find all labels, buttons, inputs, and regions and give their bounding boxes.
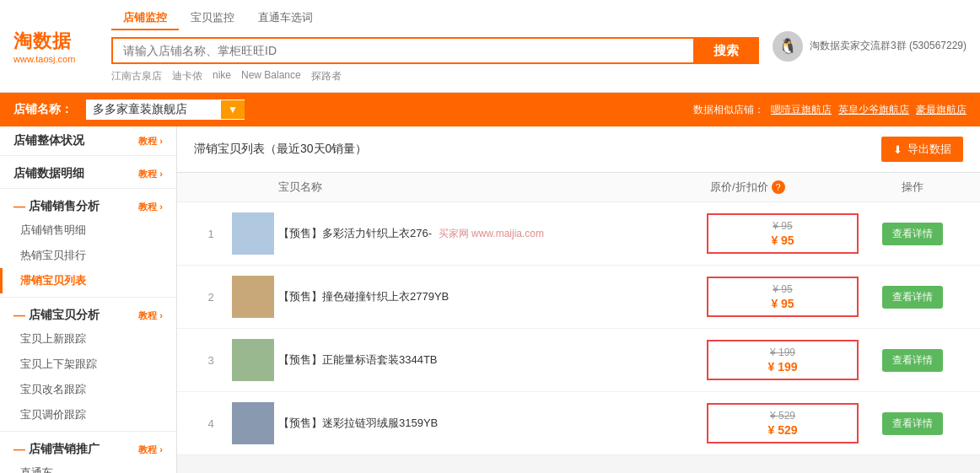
nav-tab-shop-monitor[interactable]: 店铺监控 <box>111 7 179 30</box>
price-curr-1: ¥ 95 <box>771 234 794 247</box>
row-price-3: ¥ 199 ¥ 199 <box>707 340 859 380</box>
nav-tabs-top: 店铺监控 宝贝监控 直通车选词 <box>111 7 759 30</box>
question-icon[interactable]: ? <box>772 180 785 194</box>
tutorial-item[interactable]: 教程 › <box>138 309 163 322</box>
sidebar-item-price-track[interactable]: 宝贝调价跟踪 <box>0 402 176 427</box>
export-icon: ⬇ <box>893 143 902 156</box>
row-thumb-1 <box>228 212 278 255</box>
row-price-1: ¥ 95 ¥ 95 <box>707 213 859 254</box>
price-orig-4: ¥ 529 <box>770 410 795 422</box>
logo-area: 淘数据 www.taosj.com <box>13 29 98 64</box>
price-curr-2: ¥ 95 <box>771 297 794 310</box>
minus-icon-item: — <box>13 309 25 322</box>
user-label: 淘数据卖家交流群3群 <box>810 40 907 51</box>
tutorial-marketing[interactable]: 教程 › <box>138 443 163 456</box>
row-name-1: 【预售】多彩活力针织上衣276- <box>278 227 432 239</box>
store-dropdown-btn[interactable]: ▼ <box>221 100 245 119</box>
detail-btn-3[interactable]: 查看详情 <box>882 349 943 372</box>
sidebar: 店铺整体状况 教程 › 店铺数据明细 教程 › — 店铺销售分析 教程 › 店铺… <box>0 126 177 473</box>
sidebar-section-detail: 店铺数据明细 教程 › <box>0 159 176 185</box>
table-row: 2 【预售】撞色碰撞针织上衣2779YB ¥ 95 ¥ 95 查看详情 <box>177 266 980 329</box>
sidebar-section-overview: 店铺整体状况 教程 › <box>0 126 176 152</box>
user-info: 淘数据卖家交流群3群 (530567229) <box>810 39 967 53</box>
header-top: 淘数据 www.taosj.com 店铺监控 宝贝监控 直通车选词 搜索 江南古… <box>0 0 980 92</box>
row-action-1: 查看详情 <box>862 223 963 245</box>
sidebar-section-sales: — 店铺销售分析 教程 › 店铺销售明细 热销宝贝排行 滞销宝贝列表 <box>0 192 176 293</box>
similar-store-3[interactable]: 豪最旗航店 <box>916 103 967 117</box>
content-header: 滞销宝贝列表（最近30天0销量） ⬇ 导出数据 <box>177 126 980 173</box>
price-orig-1: ¥ 95 <box>773 220 792 232</box>
sidebar-title-marketing-text: 店铺营销推广 <box>29 442 100 457</box>
hint-2[interactable]: 迪卡侬 <box>172 69 202 83</box>
sidebar-item-new-track[interactable]: 宝贝上新跟踪 <box>0 326 176 352</box>
thumb-image-3 <box>232 339 274 381</box>
sidebar-title-sales-text: 店铺销售分析 <box>29 199 100 214</box>
minus-icon-sales: — <box>13 200 25 213</box>
sidebar-item-hot-rank[interactable]: 热销宝贝排行 <box>0 243 176 268</box>
table-row: 4 【预售】迷彩拉链羽绒服3159YB ¥ 529 ¥ 529 查看详情 <box>177 392 980 455</box>
price-curr-3: ¥ 199 <box>767 360 797 374</box>
nav-tab-item-monitor[interactable]: 宝贝监控 <box>179 7 246 30</box>
tutorial-sales[interactable]: 教程 › <box>138 201 163 213</box>
thumb-image-4 <box>232 402 274 444</box>
hint-5[interactable]: 探路者 <box>311 69 342 83</box>
row-action-4: 查看详情 <box>862 412 963 435</box>
price-orig-3: ¥ 199 <box>770 347 795 358</box>
sidebar-title-detail: 店铺数据明细 教程 › <box>0 159 176 185</box>
export-button[interactable]: ⬇ 导出数据 <box>881 137 963 162</box>
content-title: 滞销宝贝列表（最近30天0销量） <box>194 142 367 157</box>
row-index-1: 1 <box>194 228 228 240</box>
row-index-2: 2 <box>194 291 228 304</box>
row-name-wrap-3: 【预售】正能量标语套装3344TB <box>278 352 703 368</box>
sidebar-item-sales-detail[interactable]: 店铺销售明细 <box>0 218 176 243</box>
table-header: 宝贝名称 原价/折扣价 ? 操作 <box>177 173 980 202</box>
similar-store-2[interactable]: 英皇少爷旗航店 <box>838 103 909 117</box>
watermark-1: 买家网 www.maijia.com <box>439 228 544 239</box>
table-row: 3 【预售】正能量标语套装3344TB ¥ 199 ¥ 199 查看详情 <box>177 329 980 392</box>
row-name-3: 【预售】正能量标语套装3344TB <box>278 353 438 366</box>
detail-btn-2[interactable]: 查看详情 <box>882 286 943 309</box>
search-row: 搜索 <box>111 37 759 64</box>
sidebar-item-direct[interactable]: 直通车 <box>0 460 176 473</box>
main-layout: 店铺整体状况 教程 › 店铺数据明细 教程 › — 店铺销售分析 教程 › 店铺… <box>0 126 980 473</box>
sidebar-title-overview: 店铺整体状况 教程 › <box>0 126 176 152</box>
search-input[interactable] <box>111 37 693 64</box>
divider-1 <box>0 155 176 156</box>
divider-4 <box>0 431 176 432</box>
row-thumb-2 <box>228 276 278 318</box>
price-orig-2: ¥ 95 <box>773 283 792 295</box>
similar-stores: 数据相似店铺： 嗯噎豆旗航店 英皇少爷旗航店 豪最旗航店 <box>693 103 967 117</box>
store-name-input[interactable] <box>86 99 221 120</box>
thumb-image-1 <box>232 212 274 255</box>
search-area: 店铺监控 宝贝监控 直通车选词 搜索 江南古泉店 迪卡侬 nike New Ba… <box>111 7 759 85</box>
hint-1[interactable]: 江南古泉店 <box>111 69 162 83</box>
sidebar-item-rename-track[interactable]: 宝贝改名跟踪 <box>0 377 176 402</box>
search-hints: 江南古泉店 迪卡侬 nike New Balance 探路者 <box>111 67 759 85</box>
orange-bar: 店铺名称： ▼ 数据相似店铺： 嗯噎豆旗航店 英皇少爷旗航店 豪最旗航店 <box>0 93 980 126</box>
divider-3 <box>0 297 176 298</box>
sidebar-title-marketing: — 店铺营销推广 教程 › <box>0 435 176 460</box>
price-curr-4: ¥ 529 <box>767 423 797 437</box>
tutorial-overview[interactable]: 教程 › <box>138 135 163 148</box>
divider-2 <box>0 188 176 189</box>
sidebar-title-detail-text: 店铺数据明细 <box>13 166 84 181</box>
table-row: 1 【预售】多彩活力针织上衣276- 买家网 www.maijia.com ¥ … <box>177 202 980 266</box>
row-index-4: 4 <box>194 417 228 430</box>
search-button[interactable]: 搜索 <box>693 37 759 64</box>
hint-3[interactable]: nike <box>213 69 231 83</box>
minus-icon-marketing: — <box>13 443 25 456</box>
detail-btn-1[interactable]: 查看详情 <box>882 223 943 245</box>
tutorial-detail[interactable]: 教程 › <box>138 168 163 180</box>
store-select-wrap[interactable]: ▼ <box>86 99 245 120</box>
sidebar-item-slow-list[interactable]: 滞销宝贝列表 <box>0 268 176 293</box>
hint-4[interactable]: New Balance <box>241 69 301 83</box>
similar-store-1[interactable]: 嗯噎豆旗航店 <box>771 103 832 117</box>
row-action-3: 查看详情 <box>862 349 963 372</box>
logo-sub: www.taosj.com <box>13 54 75 64</box>
nav-tab-direct[interactable]: 直通车选词 <box>246 7 325 30</box>
header: 淘数据 www.taosj.com 店铺监控 宝贝监控 直通车选词 搜索 江南古… <box>0 0 980 93</box>
user-area: 🐧 淘数据卖家交流群3群 (530567229) <box>773 31 967 62</box>
detail-btn-4[interactable]: 查看详情 <box>882 412 943 435</box>
sidebar-item-shelf-track[interactable]: 宝贝上下架跟踪 <box>0 352 176 377</box>
content-area: 滞销宝贝列表（最近30天0销量） ⬇ 导出数据 宝贝名称 原价/折扣价 ? 操作… <box>177 126 980 473</box>
